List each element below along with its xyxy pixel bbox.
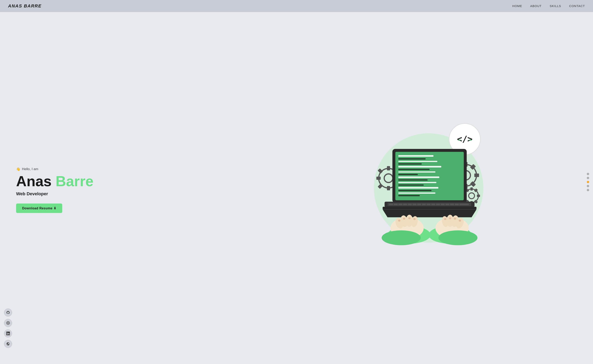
svg-rect-65 bbox=[459, 203, 469, 205]
right-cuff bbox=[438, 230, 477, 245]
left-cuff bbox=[382, 230, 421, 245]
svg-rect-57 bbox=[422, 203, 426, 205]
code-symbol: </> bbox=[457, 134, 473, 144]
svg-rect-34 bbox=[398, 158, 426, 159]
svg-rect-35 bbox=[398, 161, 437, 162]
svg-rect-51 bbox=[394, 203, 398, 205]
svg-rect-55 bbox=[413, 203, 416, 205]
hero-name: Anas Barre bbox=[16, 173, 268, 189]
svg-rect-63 bbox=[450, 203, 454, 205]
svg-rect-38 bbox=[398, 169, 429, 170]
svg-rect-60 bbox=[436, 203, 440, 205]
svg-rect-25 bbox=[477, 195, 480, 197]
nav-link-skills[interactable]: SKILLS bbox=[550, 4, 561, 8]
nav-link-about[interactable]: ABOUT bbox=[530, 4, 542, 8]
svg-point-77 bbox=[454, 218, 456, 220]
hero-section: 👋 Hello, I am Anas Barre Web Developer D… bbox=[0, 0, 593, 364]
illustration-wrapper: </> bbox=[354, 118, 491, 254]
last-name: Barre bbox=[56, 173, 93, 189]
nav-link-contact[interactable]: CONTACT bbox=[569, 4, 585, 8]
svg-point-74 bbox=[408, 217, 411, 219]
dot-3-active bbox=[586, 181, 589, 183]
svg-point-72 bbox=[398, 220, 400, 222]
github-icon[interactable] bbox=[4, 308, 12, 317]
svg-rect-58 bbox=[426, 203, 430, 205]
download-resume-button[interactable]: Download Resume ⬇ bbox=[16, 203, 62, 213]
openai-icon[interactable] bbox=[4, 319, 12, 327]
svg-rect-39 bbox=[398, 171, 435, 173]
navbar: ANAS BARRE HOME ABOUT SKILLS CONTACT bbox=[0, 0, 593, 12]
svg-rect-33 bbox=[398, 155, 433, 157]
svg-rect-56 bbox=[417, 203, 421, 205]
svg-rect-47 bbox=[398, 192, 435, 194]
svg-point-75 bbox=[413, 218, 416, 220]
svg-point-79 bbox=[444, 218, 446, 220]
globe-icon[interactable] bbox=[4, 340, 12, 348]
dot-5 bbox=[586, 189, 589, 191]
svg-rect-6 bbox=[376, 176, 381, 180]
hero-left: 👋 Hello, I am Anas Barre Web Developer D… bbox=[16, 159, 268, 213]
svg-rect-15 bbox=[474, 174, 479, 177]
linkedin-icon[interactable] bbox=[4, 329, 12, 338]
svg-rect-64 bbox=[455, 203, 459, 205]
svg-point-73 bbox=[403, 218, 405, 220]
svg-rect-46 bbox=[398, 190, 431, 191]
svg-rect-42 bbox=[398, 179, 427, 181]
svg-rect-23 bbox=[470, 188, 473, 191]
laptop-stand bbox=[383, 209, 476, 217]
side-socials bbox=[4, 308, 12, 348]
nav-link-home[interactable]: HOME bbox=[512, 4, 522, 8]
svg-rect-59 bbox=[431, 203, 435, 205]
svg-rect-36 bbox=[398, 163, 422, 164]
svg-rect-41 bbox=[398, 176, 439, 178]
laptop-bottom bbox=[383, 207, 476, 209]
greeting-text: Hello, I am bbox=[22, 167, 38, 171]
dot-2 bbox=[586, 176, 589, 179]
svg-rect-45 bbox=[398, 187, 438, 189]
svg-rect-61 bbox=[441, 203, 444, 205]
svg-rect-4 bbox=[387, 186, 390, 190]
coding-illustration: </> bbox=[354, 118, 491, 254]
hero-role: Web Developer bbox=[16, 191, 268, 196]
svg-rect-3 bbox=[387, 166, 390, 170]
side-dots bbox=[587, 173, 589, 191]
svg-rect-48 bbox=[398, 195, 420, 196]
keyboard-keys bbox=[389, 203, 469, 205]
svg-point-78 bbox=[449, 217, 451, 219]
svg-rect-50 bbox=[389, 203, 393, 205]
svg-rect-53 bbox=[403, 203, 407, 205]
greeting: 👋 Hello, I am bbox=[16, 167, 268, 171]
svg-rect-62 bbox=[446, 203, 449, 205]
hero-illustration: </> bbox=[268, 118, 577, 254]
svg-rect-40 bbox=[398, 174, 418, 175]
nav-links: HOME ABOUT SKILLS CONTACT bbox=[512, 4, 585, 8]
first-name: Anas bbox=[16, 173, 56, 189]
dot-4 bbox=[586, 185, 589, 188]
nav-logo: ANAS BARRE bbox=[8, 3, 42, 9]
svg-point-76 bbox=[459, 220, 461, 222]
dot-1 bbox=[586, 173, 589, 175]
greeting-emoji: 👋 bbox=[16, 167, 20, 171]
svg-rect-54 bbox=[408, 203, 412, 205]
svg-rect-43 bbox=[398, 182, 436, 183]
svg-rect-44 bbox=[398, 184, 424, 186]
svg-rect-37 bbox=[398, 166, 441, 168]
svg-rect-52 bbox=[398, 203, 402, 205]
